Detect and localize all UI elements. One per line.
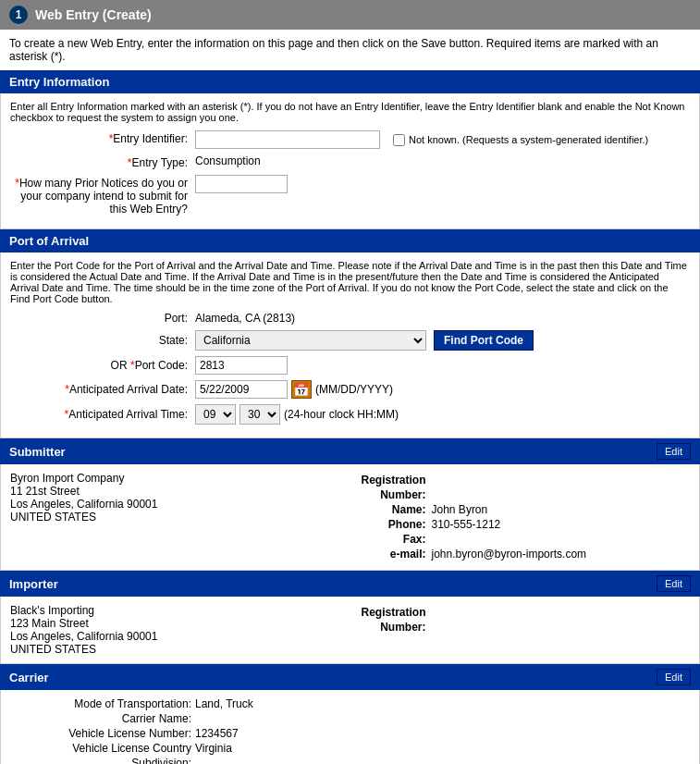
carrier-title: Carrier bbox=[9, 671, 49, 684]
name-label: Name: bbox=[362, 503, 430, 516]
submitter-address: Byron Import Company 11 21st Street Los … bbox=[10, 472, 341, 562]
vehicle-license-label: Vehicle License Number: bbox=[10, 727, 195, 740]
port-code-row: OR *Port Code: bbox=[10, 356, 690, 375]
subdivision-row: Subdivision: bbox=[10, 757, 690, 764]
carrier-section-body: Mode of Transportation: Land, Truck Carr… bbox=[0, 690, 700, 764]
vehicle-license-value: 1234567 bbox=[195, 727, 239, 740]
importer-reg-label: Registration bbox=[362, 606, 430, 619]
port-value: Alameda, CA (2813) bbox=[195, 312, 295, 325]
port-section-header: Port of Arrival bbox=[0, 229, 700, 253]
state-select[interactable]: AlabamaAlaskaArizonaArkansas CaliforniaC… bbox=[195, 330, 426, 351]
prior-notices-label: *How many Prior Notices do you or your c… bbox=[10, 175, 195, 216]
submitter-title: Submitter bbox=[9, 445, 66, 459]
arrival-time-note: (24-hour clock HH:MM) bbox=[284, 408, 399, 421]
not-known-label: Not known. (Requests a system-generated … bbox=[409, 134, 648, 145]
entry-identifier-row: *Entry Identifier: Not known. (Requests … bbox=[10, 130, 690, 149]
importer-registration: Registration Number: bbox=[360, 604, 691, 656]
port-code-label: OR *Port Code: bbox=[10, 359, 195, 372]
submitter-country: UNITED STATES bbox=[10, 511, 341, 524]
step-circle: 1 bbox=[9, 6, 28, 24]
vehicle-country-label: Vehicle License Country bbox=[10, 742, 195, 755]
intro-text: To create a new Web Entry, enter the inf… bbox=[0, 30, 700, 70]
importer-country: UNITED STATES bbox=[10, 643, 341, 656]
fax-label: Fax: bbox=[362, 533, 430, 546]
transport-label: Mode of Transportation: bbox=[10, 697, 195, 710]
name-value: John Byron bbox=[432, 503, 587, 516]
not-known-group: Not known. (Requests a system-generated … bbox=[393, 134, 648, 146]
submitter-section-header: Submitter Edit bbox=[0, 438, 700, 464]
importer-address: Black's Importing 123 Main Street Los An… bbox=[10, 604, 341, 656]
page-title: Web Entry (Create) bbox=[35, 7, 152, 22]
entry-section-header: Entry Information bbox=[0, 70, 700, 93]
carrier-section-header: Carrier Edit bbox=[0, 664, 700, 690]
entry-type-value: Consumption bbox=[195, 154, 261, 167]
importer-company: Black's Importing bbox=[10, 604, 341, 617]
submitter-section-body: Byron Import Company 11 21st Street Los … bbox=[0, 464, 700, 571]
arrival-date-label: *Anticipated Arrival Date: bbox=[10, 383, 195, 396]
port-row: Port: Alameda, CA (2813) bbox=[10, 312, 690, 325]
not-known-checkbox[interactable] bbox=[393, 134, 405, 146]
subdivision-label: Subdivision: bbox=[10, 757, 195, 764]
vehicle-country-value: Virginia bbox=[195, 742, 232, 755]
state-label: State: bbox=[10, 334, 195, 347]
entry-section-note: Enter all Entry Information marked with … bbox=[10, 101, 690, 123]
importer-reg-number-label: Number: bbox=[362, 621, 430, 634]
entry-identifier-input[interactable] bbox=[195, 130, 380, 149]
page-header: 1 Web Entry (Create) bbox=[0, 0, 700, 30]
calendar-icon[interactable]: 📅 bbox=[291, 380, 312, 399]
port-section-note: Enter the Port Code for the Port of Arri… bbox=[10, 260, 690, 304]
state-row: State: AlabamaAlaskaArizonaArkansas Cali… bbox=[10, 330, 690, 351]
time-select-group: 0001020304 0506070809 1011121314 1516171… bbox=[195, 404, 399, 425]
submitter-edit-button[interactable]: Edit bbox=[657, 443, 691, 460]
entry-type-row: *Entry Type: Consumption bbox=[10, 154, 690, 169]
port-label: Port: bbox=[10, 312, 195, 325]
entry-type-label: *Entry Type: bbox=[10, 154, 195, 169]
arrival-date-format: (MM/DD/YYYY) bbox=[315, 383, 393, 396]
submitter-company: Byron Import Company bbox=[10, 472, 341, 485]
submitter-address1: 11 21st Street bbox=[10, 485, 341, 498]
importer-section-header: Importer Edit bbox=[0, 571, 700, 597]
vehicle-country-row: Vehicle License Country Virginia bbox=[10, 742, 690, 755]
port-code-input[interactable] bbox=[195, 356, 288, 375]
arrival-date-input[interactable] bbox=[195, 380, 288, 399]
importer-title: Importer bbox=[9, 577, 58, 591]
carrier-edit-button[interactable]: Edit bbox=[657, 669, 691, 685]
port-section-body: Enter the Port Code for the Port of Arri… bbox=[0, 253, 700, 438]
find-port-code-button[interactable]: Find Port Code bbox=[434, 330, 534, 351]
phone-label: Phone: bbox=[362, 518, 430, 531]
importer-section-body: Black's Importing 123 Main Street Los An… bbox=[0, 597, 700, 664]
submitter-registration: Registration Number: Name: John Byron Ph… bbox=[360, 472, 691, 562]
email-value: john.byron@byron-imports.com bbox=[432, 548, 587, 561]
transport-value: Land, Truck bbox=[195, 697, 253, 710]
email-label: e-mail: bbox=[362, 548, 430, 561]
entry-section-body: Enter all Entry Information marked with … bbox=[0, 93, 700, 229]
prior-notices-row: *How many Prior Notices do you or your c… bbox=[10, 175, 690, 216]
phone-value: 310-555-1212 bbox=[432, 518, 587, 531]
fax-value bbox=[432, 533, 587, 546]
submitter-city-state-zip: Los Angeles, California 90001 bbox=[10, 498, 341, 511]
importer-edit-button[interactable]: Edit bbox=[657, 575, 691, 592]
arrival-time-label: *Anticipated Arrival Time: bbox=[10, 408, 195, 421]
reg-number-label: Number: bbox=[362, 488, 430, 501]
reg-number-value bbox=[432, 488, 587, 501]
carrier-name-row: Carrier Name: bbox=[10, 712, 690, 725]
hour-select[interactable]: 0001020304 0506070809 1011121314 1516171… bbox=[195, 404, 236, 425]
arrival-time-row: *Anticipated Arrival Time: 0001020304 05… bbox=[10, 404, 690, 425]
carrier-name-label: Carrier Name: bbox=[10, 712, 195, 725]
importer-city-state-zip: Los Angeles, California 90001 bbox=[10, 630, 341, 643]
minute-select[interactable]: 0005101520 25303540 455055 bbox=[239, 404, 280, 425]
entry-identifier-label: *Entry Identifier: bbox=[10, 130, 195, 145]
importer-address1: 123 Main Street bbox=[10, 617, 341, 630]
prior-notices-input[interactable] bbox=[195, 175, 288, 193]
transport-row: Mode of Transportation: Land, Truck bbox=[10, 697, 690, 710]
vehicle-license-row: Vehicle License Number: 1234567 bbox=[10, 727, 690, 740]
arrival-date-row: *Anticipated Arrival Date: 📅 (MM/DD/YYYY… bbox=[10, 380, 690, 399]
reg-label: Registration bbox=[362, 474, 430, 487]
